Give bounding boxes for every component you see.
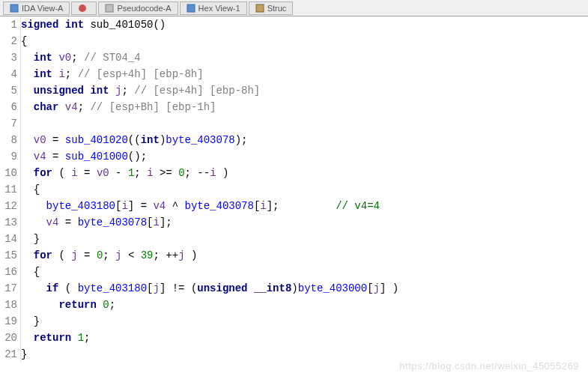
code-line: byte_403180[i] = v4 ^ byte_403078[i]; //…	[21, 198, 588, 214]
line-number: 20	[0, 330, 17, 346]
line-number: 3	[0, 49, 17, 66]
line-number: 13	[0, 214, 17, 231]
tab-label: Struc	[267, 4, 287, 13]
line-number: 11	[0, 181, 17, 198]
svg-point-1	[79, 4, 86, 12]
line-number: 2	[0, 33, 17, 49]
tab-label: IDA View-A	[22, 4, 63, 13]
tab-hex-view[interactable]: Hex View-1	[180, 1, 247, 15]
svg-rect-0	[10, 4, 18, 12]
tab-ida-view[interactable]: IDA View-A	[3, 1, 70, 15]
line-number: 7	[0, 115, 17, 132]
code-line: char v4; // [esp+Bh] [ebp-1h]	[21, 99, 588, 115]
svg-rect-2	[106, 4, 113, 12]
code-line: v0 = sub_401020((int)byte_403078);	[21, 132, 588, 148]
tab-icon	[10, 4, 19, 13]
code-line: }	[21, 231, 588, 247]
tab-icon	[187, 4, 196, 13]
code-line: return 1;	[21, 330, 588, 346]
line-number: 15	[0, 247, 17, 264]
line-number: 5	[0, 82, 17, 99]
code-line: {	[21, 181, 588, 198]
code-line: v4 = byte_403078[i];	[21, 214, 588, 231]
tab-unknown[interactable]	[71, 1, 97, 15]
line-number: 9	[0, 148, 17, 165]
line-number: 4	[0, 66, 17, 82]
line-number: 12	[0, 198, 17, 214]
svg-rect-4	[256, 4, 264, 12]
line-number: 21	[0, 346, 17, 363]
gutter: 1 2 3 4 5 6 7 8 9 10 11 12 13 14 15 16 1…	[0, 16, 21, 363]
code-line: int i; // [esp+4h] [ebp-8h]	[21, 66, 588, 82]
tab-label: Hex View-1	[198, 4, 240, 13]
line-number: 10	[0, 165, 17, 181]
line-number: 19	[0, 313, 17, 330]
line-number: 18	[0, 297, 17, 313]
code-line	[21, 115, 588, 132]
code-line: for ( i = v0 - 1; i >= 0; --i )	[21, 165, 588, 181]
code-line: {	[21, 264, 588, 280]
line-number: 8	[0, 132, 17, 148]
code-line: int v0; // ST04_4	[21, 49, 588, 66]
code-content[interactable]: signed int sub_401050() { int v0; // ST0…	[21, 16, 588, 363]
code-line: }	[21, 313, 588, 330]
code-line: {	[21, 33, 588, 49]
tab-icon	[105, 4, 114, 13]
tab-structures[interactable]: Struc	[249, 1, 294, 15]
line-number: 6	[0, 99, 17, 115]
tab-pseudocode[interactable]: Pseudocode-A	[98, 1, 178, 15]
line-number: 1	[0, 16, 17, 33]
code-line: return 0;	[21, 297, 588, 313]
code-area[interactable]: 1 2 3 4 5 6 7 8 9 10 11 12 13 14 15 16 1…	[0, 16, 588, 363]
code-line: signed int sub_401050()	[21, 16, 588, 33]
code-line: v4 = sub_401000();	[21, 148, 588, 165]
line-number: 16	[0, 264, 17, 280]
code-line: if ( byte_403180[j] != (unsigned __int8)…	[21, 280, 588, 297]
svg-rect-3	[187, 4, 195, 12]
tabs-bar: IDA View-A Pseudocode-A Hex View-1 Struc	[0, 0, 588, 16]
tab-label: Pseudocode-A	[117, 4, 171, 13]
code-line: unsigned int j; // [esp+4h] [ebp-8h]	[21, 82, 588, 99]
tab-icon	[255, 4, 264, 13]
watermark: https://blog.csdn.net/weixin_45055269	[399, 360, 579, 372]
line-number: 17	[0, 280, 17, 297]
code-line: for ( j = 0; j < 39; ++j )	[21, 247, 588, 264]
close-icon	[78, 4, 87, 13]
line-number: 14	[0, 231, 17, 247]
